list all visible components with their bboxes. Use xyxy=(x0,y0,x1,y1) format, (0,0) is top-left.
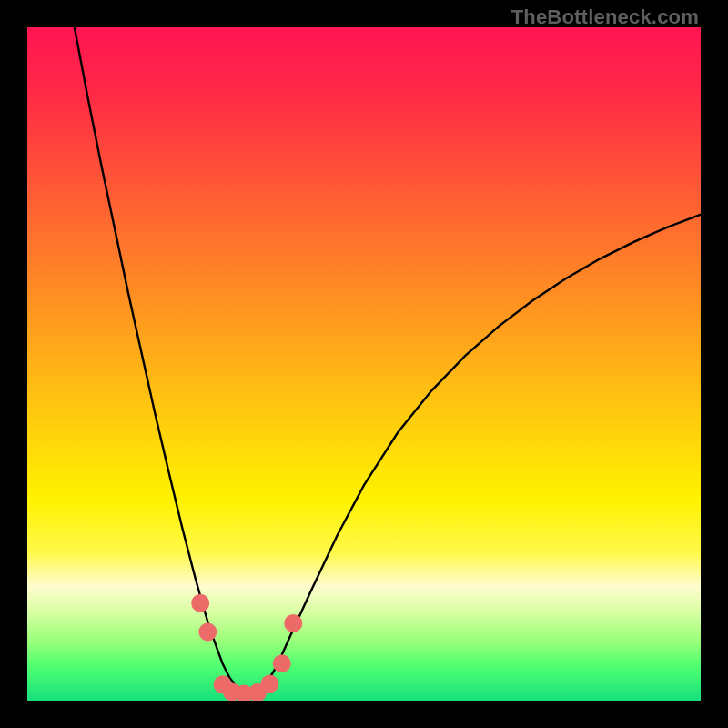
curve-layer xyxy=(27,27,701,701)
marker-point xyxy=(284,614,302,632)
marker-point xyxy=(191,594,209,612)
chart-frame: TheBottleneck.com xyxy=(0,0,728,728)
marker-point xyxy=(198,623,217,642)
marker-point xyxy=(273,654,291,672)
bottleneck-curve xyxy=(75,27,701,695)
watermark-text: TheBottleneck.com xyxy=(511,5,699,29)
plot-area xyxy=(27,27,701,701)
marker-point xyxy=(260,675,278,693)
